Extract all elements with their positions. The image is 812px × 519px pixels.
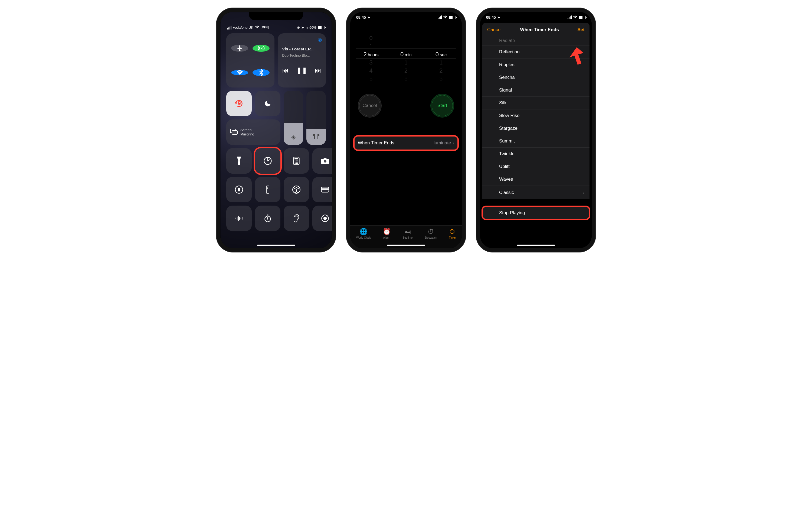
- airplay-icon[interactable]: ◎: [318, 36, 322, 43]
- dnd-toggle[interactable]: [255, 91, 281, 116]
- accessibility-button[interactable]: [284, 177, 309, 202]
- wallet-button[interactable]: [312, 177, 336, 202]
- ear-button[interactable]: [284, 206, 309, 231]
- sound-option[interactable]: Summit: [482, 135, 589, 147]
- sound-option[interactable]: Signal: [482, 84, 589, 97]
- cellular-bars-icon: [227, 26, 231, 29]
- camera-button[interactable]: [312, 148, 336, 174]
- media-subtitle: Dub Techno Blo...: [282, 53, 322, 57]
- brightness-icon: ☀: [291, 134, 296, 141]
- orientation-lock-toggle[interactable]: [226, 91, 252, 116]
- hearing-button[interactable]: [226, 206, 252, 231]
- location-arrow-icon: ➤: [497, 16, 500, 19]
- alarm-icon: ⏰: [383, 228, 391, 236]
- home-button[interactable]: [226, 177, 252, 202]
- headphones-icon: ∩: [306, 25, 308, 29]
- calculator-button[interactable]: [284, 148, 309, 174]
- home-indicator[interactable]: [387, 245, 425, 246]
- timer-icon: ⏲: [449, 228, 456, 236]
- svg-rect-33: [267, 215, 268, 216]
- status-time: 08:45: [486, 15, 496, 20]
- home-indicator[interactable]: [517, 245, 555, 246]
- connectivity-module[interactable]: [226, 33, 274, 87]
- time-picker[interactable]: 0 1 2hours 3 4 5 0min 1 2 3 0sec 1 2 3: [350, 29, 462, 88]
- tab-timer[interactable]: ⏲Timer: [449, 228, 456, 239]
- svg-rect-31: [242, 217, 242, 219]
- svg-point-34: [267, 218, 268, 220]
- svg-rect-3: [232, 131, 237, 134]
- pause-button[interactable]: ❚❚: [296, 66, 307, 74]
- location-icon: ⊕: [297, 25, 300, 29]
- tab-world-clock[interactable]: 🌐World Clock: [356, 228, 371, 239]
- wifi-icon: [255, 25, 259, 29]
- sound-option[interactable]: Stargaze: [482, 122, 589, 135]
- sound-option[interactable]: Waves: [482, 173, 589, 186]
- media-module[interactable]: ◎ Vis - Forest EP... Dub Techno Blo... ⏮…: [278, 33, 326, 87]
- wifi-icon: [573, 15, 577, 20]
- notch: [509, 12, 563, 20]
- remote-button[interactable]: [255, 177, 281, 202]
- sound-option[interactable]: Silk: [482, 97, 589, 109]
- battery-icon: [579, 16, 586, 19]
- svg-point-13: [297, 162, 298, 163]
- bed-icon: 🛏: [404, 228, 411, 236]
- when-timer-ends-value: Illuminate: [431, 140, 451, 146]
- svg-point-17: [324, 160, 326, 163]
- cancel-button[interactable]: Cancel: [358, 94, 382, 117]
- battery-pct: 56%: [309, 25, 316, 29]
- next-track-button[interactable]: ⏭: [315, 66, 321, 74]
- svg-point-12: [296, 162, 297, 163]
- svg-point-16: [297, 163, 298, 164]
- svg-point-23: [296, 187, 297, 188]
- phone-sound-picker: 08:45 ➤ Cancel When Timer Ends Set Radia…: [476, 8, 596, 252]
- classic-row[interactable]: Classic ›: [482, 186, 589, 199]
- vpn-badge: VPN: [261, 26, 269, 29]
- svg-rect-1: [238, 103, 241, 105]
- tab-bedtime[interactable]: 🛏Bedtime: [403, 228, 413, 239]
- tab-alarm[interactable]: ⏰Alarm: [383, 228, 391, 239]
- volume-slider[interactable]: [307, 91, 326, 145]
- highlight-arrow: [562, 47, 584, 67]
- when-timer-ends-row[interactable]: When Timer Ends Illuminate›: [354, 136, 458, 150]
- set-button[interactable]: Set: [578, 27, 585, 32]
- flashlight-button[interactable]: [226, 148, 252, 174]
- wifi-toggle[interactable]: [231, 70, 248, 75]
- svg-point-9: [296, 161, 297, 161]
- sound-option[interactable]: Uplift: [482, 160, 589, 173]
- sound-option[interactable]: Slow Rise: [482, 109, 589, 122]
- bluetooth-toggle[interactable]: [253, 69, 269, 76]
- svg-rect-26: [235, 218, 236, 219]
- prev-track-button[interactable]: ⏮: [282, 66, 289, 74]
- record-button[interactable]: [312, 206, 336, 231]
- airplane-toggle[interactable]: [231, 45, 248, 52]
- screen-mirroring-icon: [230, 128, 238, 136]
- svg-point-4: [238, 160, 239, 161]
- svg-rect-25: [321, 188, 329, 190]
- svg-point-0: [261, 48, 262, 49]
- sound-option[interactable]: Radiate: [482, 37, 589, 46]
- cellular-toggle[interactable]: [253, 45, 269, 52]
- svg-rect-27: [237, 217, 237, 220]
- brightness-slider[interactable]: ☀: [284, 91, 303, 145]
- svg-point-11: [295, 162, 296, 163]
- svg-rect-28: [238, 216, 239, 221]
- media-title: Vis - Forest EP...: [282, 47, 322, 51]
- cancel-button[interactable]: Cancel: [487, 27, 501, 32]
- screen-mirroring-button[interactable]: Screen Mirroring: [226, 119, 281, 145]
- wifi-icon: [443, 15, 447, 20]
- airpods-icon: [312, 133, 320, 141]
- tab-stopwatch[interactable]: ⏱Stopwatch: [425, 228, 437, 239]
- stop-playing-row[interactable]: Stop Playing: [482, 207, 589, 219]
- when-timer-ends-label: When Timer Ends: [358, 140, 394, 146]
- modal-header: Cancel When Timer Ends Set: [482, 23, 589, 37]
- sound-option[interactable]: Twinkle: [482, 147, 589, 160]
- status-time: 08:45: [356, 15, 366, 20]
- svg-point-36: [323, 217, 327, 220]
- stopwatch-button[interactable]: [255, 206, 281, 231]
- timer-button[interactable]: [255, 148, 281, 174]
- location-arrow-icon: ➤: [368, 16, 370, 19]
- home-indicator[interactable]: [257, 245, 295, 246]
- sound-option[interactable]: Sencha: [482, 71, 589, 84]
- svg-rect-7: [294, 158, 298, 160]
- start-button[interactable]: Start: [430, 94, 454, 117]
